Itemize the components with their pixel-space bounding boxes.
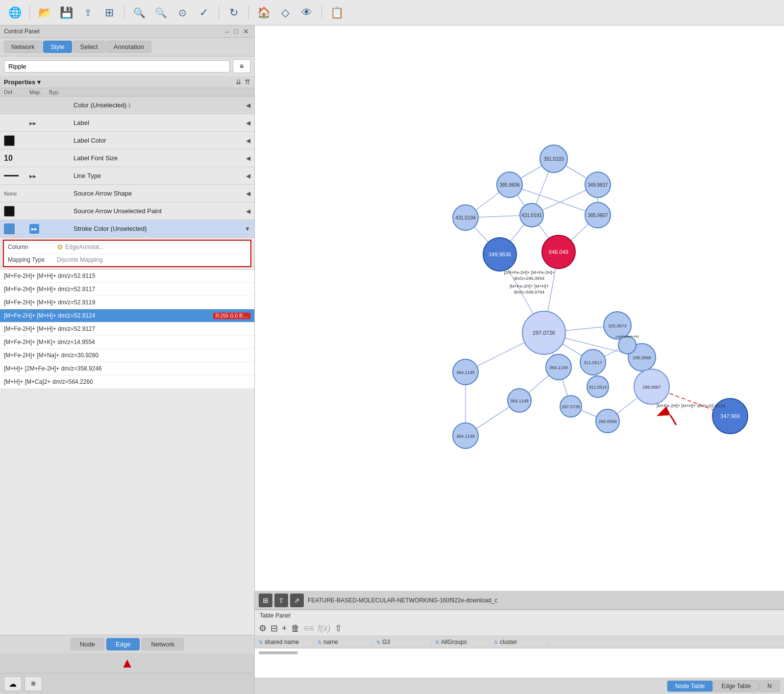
zoom-fit-icon[interactable]: ⊙ [173,4,191,22]
prop-row-color-unselected[interactable]: Color (Unselected) ℹ ◀ [0,97,254,114]
control-panel: Control Panel – □ ✕ Network Style Select… [0,25,255,694]
source-paint-swatch[interactable] [4,206,15,217]
tab-select[interactable]: Select [73,41,105,53]
stroke-color-swatch[interactable] [4,223,15,234]
network-nodes[interactable]: 391.0103 385.9606 349.9837 431.0194 431.… [453,145,748,448]
tab-annotation[interactable]: Annotation [106,41,151,53]
edge-item-2[interactable]: [M+Fe-2H]+ [M+H]+ dm/z=52.9119 [0,296,254,309]
right-panel: 391.0103 385.9606 349.9837 431.0194 431.… [255,25,784,694]
prop-name-stroke: Stroke Color (Unselected) [74,225,245,232]
network-file-bar: ⊞ ⇧ ⇗ FEATURE-BASED-MOLECULAR-NETWORKING… [255,591,784,610]
export-icon[interactable]: ⇪ [79,4,97,22]
mapping-column-label: Column [8,244,57,250]
save-icon[interactable]: 💾 [57,4,75,22]
maximize-icon[interactable]: □ [233,27,240,35]
prop-def-source-paint [4,206,29,217]
close-icon[interactable]: ✕ [242,27,250,35]
prop-arrow-font-size[interactable]: ◀ [246,155,250,162]
tab-network[interactable]: Network [4,41,42,53]
style-menu-button[interactable]: ≡ [233,59,250,73]
open-icon[interactable]: 📂 [36,4,53,22]
tab-node[interactable]: Node [71,638,104,650]
prop-row-stroke-color[interactable]: ▸▸ Stroke Color (Unselected) ▼ [0,220,254,238]
prop-row-source-paint[interactable]: Source Arrow Unselected Paint ◀ [0,202,254,220]
svg-text:431.0194: 431.0194 [455,215,476,221]
table-export-icon[interactable]: ⇧ [335,623,342,634]
table-settings-icon[interactable]: ⚙ [259,623,267,634]
mapping-type-row[interactable]: Mapping Type Discrete Mapping [4,254,250,266]
prop-def-line-type [4,175,29,176]
prop-arrow-color-unsel[interactable]: ◀ [246,102,250,109]
style-icon[interactable]: ◇ [276,4,294,22]
prop-row-label[interactable]: ▸▸ Label ◀ [0,114,254,132]
edge-item-7[interactable]: [M+H]+ [2M+Fe-2H]+ dm/z=358.9246 [0,362,254,375]
edge-item-1[interactable]: [M+Fe-2H]+ [M+H]+ dm/z=52.9117 [0,283,254,296]
table-columns-icon[interactable]: ⊟ [270,623,278,634]
main-toolbar: 🌐 📂 💾 ⇪ ⊞ 🔍 🔍 ⊙ ✓ ↻ 🏠 ◇ 👁 📋 [0,0,784,25]
tab-style[interactable]: Style [43,41,72,53]
network-canvas[interactable]: 391.0103 385.9606 349.9837 431.0194 431.… [255,25,784,591]
edge-list: [M+Fe-2H]+ [M+H]+ dm/z=52.9115 [M+Fe-2H]… [0,269,254,389]
mapping-column-row[interactable]: Column ⚙ EdgeAnnotat... [4,241,250,254]
edge-item-3[interactable]: [M+Fe-2H]+ [M+H]+ dm/z=52.9124 R:255 G:0… [0,309,254,322]
prop-arrow-line-type[interactable]: ◀ [246,173,250,179]
refresh-icon[interactable]: ↻ [225,4,243,22]
prop-name-line-type: Line Type [74,172,246,179]
zoom-in-icon[interactable]: 🔍 [130,4,148,22]
prop-row-source-arrow[interactable]: None Source Arrow Shape ◀ [0,185,254,202]
tab-edge-table[interactable]: Edge Table [713,680,759,692]
prop-name-color-unsel: Color (Unselected) ℹ [74,101,246,109]
table-function-icon[interactable]: f(x) [318,623,331,634]
grid-icon[interactable]: ⊞ [259,594,272,607]
edge-item-4[interactable]: [M+Fe-2H]+ [M+H]+ dm/z=52.9127 [0,322,254,336]
tab-n[interactable]: N [759,680,780,692]
control-panel-title: Control Panel [4,28,40,35]
home-icon[interactable]: 🏠 [255,4,272,22]
expand-icon[interactable]: ⇈ [245,78,250,86]
link-icon[interactable]: ⇗ [290,594,304,607]
prop-arrow-source-arrow[interactable]: ◀ [246,190,250,197]
table-headers: ⇅ shared name ⇅ name ⇅ G3 ⇅ AllGroups ⇅ [255,636,784,648]
table-body [255,648,784,678]
prop-name-label-color: Label Color [74,137,246,144]
label-color-swatch[interactable] [4,135,15,146]
horizontal-scrollbar[interactable] [259,651,298,654]
prop-row-label-color[interactable]: Label Color ◀ [0,132,254,149]
view-icon[interactable]: 👁 [298,4,316,22]
toolbar-sep-4 [248,6,249,20]
prop-row-font-size[interactable]: 10 Label Font Size ◀ [0,149,254,167]
properties-title: Properties ▾ [4,78,41,86]
table-delete-icon[interactable]: 🗑 [291,623,300,634]
table-merge-icon[interactable]: ≡≡ [304,623,314,634]
zoom-out-icon[interactable]: 🔍 [152,4,170,22]
prop-arrow-label[interactable]: ◀ [246,120,250,126]
prop-row-line-type[interactable]: ▸▸ Line Type ◀ [0,167,254,185]
tab-edge[interactable]: Edge [106,638,140,650]
table-toolbar: ⚙ ⊟ + 🗑 ≡≡ f(x) ⇧ [255,621,784,636]
list-icon[interactable]: ≡ [24,676,42,691]
edge-item-0[interactable]: [M+Fe-2H]+ [M+H]+ dm/z=52.9115 [0,270,254,283]
tab-node-table[interactable]: Node Table [667,680,713,692]
svg-text:385.9607: 385.9607 [588,213,608,218]
edge-item-8[interactable]: [M+H]+ [M+Ca]2+ dm/z=564.2260 [0,375,254,389]
table-add-icon[interactable]: + [282,623,287,634]
network-filename: FEATURE-BASED-MOLECULAR-NETWORKING-160f9… [308,597,497,604]
style-select[interactable]: Ripple [4,60,230,73]
clipboard-icon[interactable]: 📋 [328,4,345,22]
collapse-icon[interactable]: ⇊ [236,78,242,86]
cloud-icon[interactable]: ☁ [4,676,22,691]
import-icon[interactable]: ⊞ [100,4,118,22]
share-icon[interactable]: ⇧ [274,594,288,607]
edge-item-5[interactable]: [M+Fe-2H]+ [M+K]+ dm/z=14.9554 [0,336,254,349]
col-map-label: Map. [29,89,49,95]
prop-arrow-label-color[interactable]: ◀ [246,137,250,144]
logo-icon: 🌐 [6,4,24,22]
tab-network-bottom[interactable]: Network [142,638,184,650]
svg-text:methanol+Hz: methanol+Hz [615,334,638,339]
edge-item-6[interactable]: [M+Fe-2H]+ [M+Na]+ dm/z=30.9280 [0,349,254,362]
prop-arrow-stroke[interactable]: ▼ [245,225,250,232]
zoom-sel-icon[interactable]: ✓ [195,4,213,22]
minimize-icon[interactable]: – [224,27,231,35]
svg-text:385.9606: 385.9606 [499,182,520,188]
prop-arrow-source-paint[interactable]: ◀ [246,208,250,215]
